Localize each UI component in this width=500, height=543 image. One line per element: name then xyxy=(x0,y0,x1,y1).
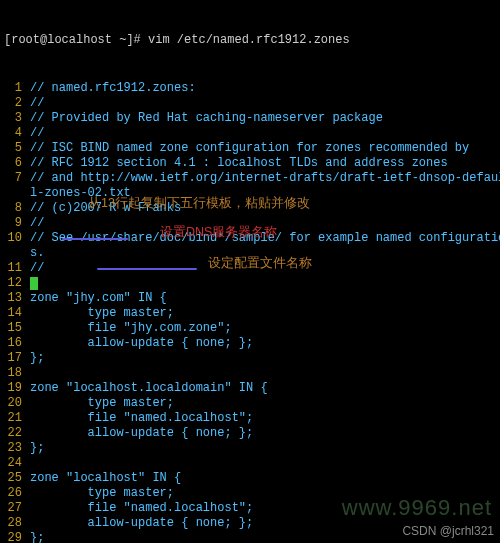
code-text: zone "jhy.com" IN { xyxy=(30,291,500,306)
code-line[interactable]: 18 xyxy=(4,366,500,381)
code-text xyxy=(30,456,500,471)
code-line[interactable]: 12 xyxy=(4,276,500,291)
code-line[interactable]: 16 allow-update { none; }; xyxy=(4,336,500,351)
code-line[interactable]: 22 allow-update { none; }; xyxy=(4,426,500,441)
line-number: 22 xyxy=(4,426,30,441)
code-line[interactable]: 25zone "localhost" IN { xyxy=(4,471,500,486)
code-text: file "named.localhost"; xyxy=(30,411,500,426)
code-line[interactable]: 23}; xyxy=(4,441,500,456)
annotation-config-file: 设定配置文件名称 xyxy=(208,256,312,271)
author-credit: CSDN @jcrhl321 xyxy=(402,524,494,539)
code-text: }; xyxy=(30,441,500,456)
line-number: 23 xyxy=(4,441,30,456)
line-number: 15 xyxy=(4,321,30,336)
underline-file-name xyxy=(97,268,197,270)
underline-zone-name xyxy=(62,238,128,240)
code-text: file "jhy.com.zone"; xyxy=(30,321,500,336)
line-number: 11 xyxy=(4,261,30,276)
line-number xyxy=(4,246,30,261)
line-number: 18 xyxy=(4,366,30,381)
code-text: allow-update { none; }; xyxy=(30,336,500,351)
code-line[interactable]: 15 file "jhy.com.zone"; xyxy=(4,321,500,336)
code-line[interactable]: 6// RFC 1912 section 4.1 : localhost TLD… xyxy=(4,156,500,171)
code-line[interactable]: 21 file "named.localhost"; xyxy=(4,411,500,426)
annotation-instructions: 从13行起复制下五行模板，粘贴并修改 xyxy=(88,196,310,211)
code-text: allow-update { none; }; xyxy=(30,426,500,441)
shell-prompt: [root@localhost ~]# vim /etc/named.rfc19… xyxy=(4,33,500,48)
code-text: // RFC 1912 section 4.1 : localhost TLDs… xyxy=(30,156,500,171)
code-line[interactable]: 19zone "localhost.localdomain" IN { xyxy=(4,381,500,396)
code-text: // Provided by Red Hat caching-nameserve… xyxy=(30,111,500,126)
code-text: // named.rfc1912.zones: xyxy=(30,81,500,96)
line-number: 12 xyxy=(4,276,30,291)
code-line[interactable]: 1// named.rfc1912.zones: xyxy=(4,81,500,96)
line-number: 25 xyxy=(4,471,30,486)
code-text: zone "localhost" IN { xyxy=(30,471,500,486)
code-line[interactable]: 26 type master; xyxy=(4,486,500,501)
line-number: 9 xyxy=(4,216,30,231)
code-text: type master; xyxy=(30,306,500,321)
code-line[interactable]: 20 type master; xyxy=(4,396,500,411)
annotation-dns-name: 设置DNS服务器名称 xyxy=(160,225,277,240)
line-number: 10 xyxy=(4,231,30,246)
code-line[interactable]: 2// xyxy=(4,96,500,111)
line-number: 13 xyxy=(4,291,30,306)
line-number: 29 xyxy=(4,531,30,543)
vim-editor[interactable]: 1// named.rfc1912.zones:2//3// Provided … xyxy=(4,81,500,543)
code-line[interactable]: 4// xyxy=(4,126,500,141)
code-text: type master; xyxy=(30,396,500,411)
code-line[interactable]: 7// and http://www.ietf.org/internet-dra… xyxy=(4,171,500,186)
code-line[interactable]: 27 file "named.localhost"; xyxy=(4,501,500,516)
line-number: 17 xyxy=(4,351,30,366)
code-text: }; xyxy=(30,351,500,366)
line-number xyxy=(4,186,30,201)
line-number: 21 xyxy=(4,411,30,426)
code-text: file "named.localhost"; xyxy=(30,501,500,516)
line-number: 1 xyxy=(4,81,30,96)
code-text: // xyxy=(30,126,500,141)
code-text: // xyxy=(30,96,500,111)
code-text xyxy=(30,366,500,381)
line-number: 16 xyxy=(4,336,30,351)
line-number: 5 xyxy=(4,141,30,156)
terminal-viewport[interactable]: [root@localhost ~]# vim /etc/named.rfc19… xyxy=(0,0,500,543)
code-line[interactable]: 13zone "jhy.com" IN { xyxy=(4,291,500,306)
code-line[interactable]: 14 type master; xyxy=(4,306,500,321)
line-number: 28 xyxy=(4,516,30,531)
line-number: 2 xyxy=(4,96,30,111)
line-number: 20 xyxy=(4,396,30,411)
line-number: 14 xyxy=(4,306,30,321)
code-text: // ISC BIND named zone configuration for… xyxy=(30,141,500,156)
code-text xyxy=(30,276,500,291)
code-line[interactable]: 24 xyxy=(4,456,500,471)
code-text: type master; xyxy=(30,486,500,501)
line-number: 26 xyxy=(4,486,30,501)
code-line[interactable]: 3// Provided by Red Hat caching-nameserv… xyxy=(4,111,500,126)
line-number: 4 xyxy=(4,126,30,141)
line-number: 19 xyxy=(4,381,30,396)
code-line[interactable]: 5// ISC BIND named zone configuration fo… xyxy=(4,141,500,156)
line-number: 6 xyxy=(4,156,30,171)
cursor xyxy=(30,277,38,290)
code-text: zone "localhost.localdomain" IN { xyxy=(30,381,500,396)
line-number: 27 xyxy=(4,501,30,516)
line-number: 24 xyxy=(4,456,30,471)
code-line[interactable]: 17}; xyxy=(4,351,500,366)
line-number: 7 xyxy=(4,171,30,186)
line-number: 3 xyxy=(4,111,30,126)
code-text: // and http://www.ietf.org/internet-draf… xyxy=(30,171,500,186)
line-number: 8 xyxy=(4,201,30,216)
